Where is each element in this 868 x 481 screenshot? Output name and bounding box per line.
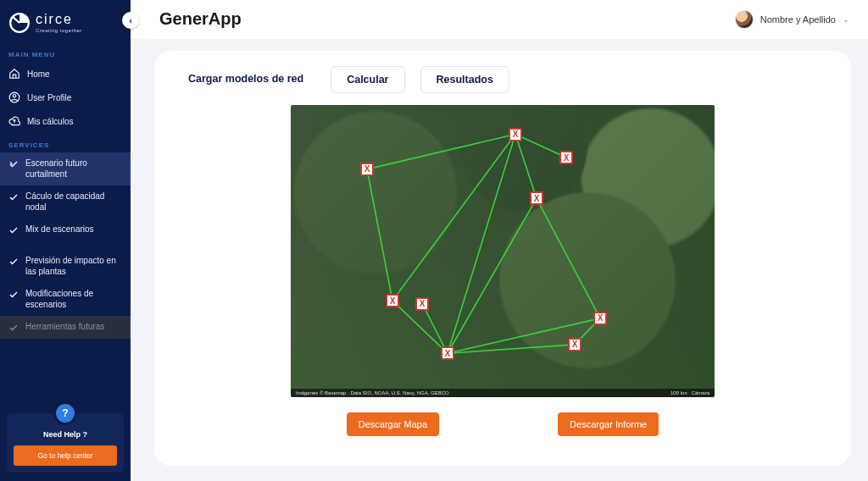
sidebar-item-escenario-futuro[interactable]: Escenario futuro curtailment (0, 152, 131, 185)
user-menu[interactable]: Nombre y Apellido ⌄ (735, 10, 849, 29)
svg-line-6 (367, 169, 392, 301)
sidebar-item-label: Escenario futuro curtailment (25, 158, 122, 180)
sidebar-item-label: Home (27, 69, 50, 79)
sidebar: circe Creating together ‹ MAIN MENU Home… (0, 0, 131, 481)
sidebar-item-label: User Profile (27, 93, 71, 102)
map-attribution-right: 100 km · Cámara (670, 390, 709, 395)
tab-resultados[interactable]: Resultados (420, 66, 509, 93)
sidebar-item-prevision-impacto[interactable]: Previsión de impacto en las plantas (0, 250, 131, 283)
map-node-marker[interactable]: X (509, 128, 522, 141)
check-icon (8, 192, 19, 202)
sidebar-item-mis-calculos[interactable]: Mis cálculos (0, 109, 131, 133)
sidebar-item-modificaciones[interactable]: Modificaciones de escenarios (0, 283, 131, 316)
help-title: Need Help ? (14, 430, 117, 439)
map-node-marker[interactable]: X (415, 297, 429, 311)
check-icon (8, 290, 19, 300)
brand-tagline: Creating together (36, 28, 82, 33)
sidebar-item-user-profile[interactable]: User Profile (0, 86, 131, 109)
cloud-upload-icon (8, 115, 20, 127)
map-node-marker[interactable]: X (568, 338, 581, 351)
svg-line-8 (448, 198, 537, 353)
avatar (735, 10, 754, 29)
map-node-marker[interactable]: X (360, 163, 374, 176)
actions: Descargar Mapa Descargar Informe (171, 412, 834, 436)
map-attribution: Imágenes © Basemap · Data SIO, NOAA, U.S… (291, 389, 715, 397)
map-node-marker[interactable]: X (386, 294, 399, 307)
help-center-button[interactable]: Go to help center (14, 445, 117, 466)
brand-name: circe (36, 13, 82, 26)
svg-point-2 (13, 95, 16, 98)
sidebar-item-label: Cáculo de capacidad nodal (25, 191, 122, 213)
network-edges (291, 105, 715, 397)
brand: circe Creating together (0, 0, 131, 42)
sidebar-section-main: MAIN MENU (0, 42, 131, 62)
sidebar-section-services: SERVICES (0, 133, 131, 152)
help-card: ? Need Help ? Go to help center (7, 413, 124, 473)
sidebar-item-label: Herramientas futuras (25, 322, 104, 333)
map-node-marker[interactable]: X (559, 151, 573, 164)
page-title: GenerApp (159, 9, 242, 29)
tab-cargar-modelos: Cargar modelos de red (176, 66, 315, 93)
sidebar-item-label: Modificaciones de escenarios (25, 289, 122, 310)
chevron-down-icon: ⌄ (843, 15, 849, 24)
topbar: GenerApp Nombre y Apellido ⌄ (131, 0, 868, 39)
map-attribution-left: Imágenes © Basemap · Data SIO, NOAA, U.S… (296, 390, 449, 395)
sidebar-item-label: Mix de escenarios (25, 224, 94, 235)
svg-line-14 (537, 198, 600, 318)
help-icon: ? (56, 404, 75, 423)
network-map[interactable]: Imágenes © Basemap · Data SIO, NOAA, U.S… (291, 105, 715, 397)
sidebar-collapse-button[interactable]: ‹ (122, 12, 139, 29)
results-card: Cargar modelos de red Calcular Resultado… (154, 51, 851, 466)
user-name: Nombre y Apellido (760, 14, 836, 25)
map-node-marker[interactable]: X (441, 346, 454, 360)
brand-logo-icon (8, 12, 31, 34)
sidebar-item-label: Mis cálculos (27, 117, 73, 126)
svg-line-4 (515, 135, 566, 158)
map-node-marker[interactable]: X (593, 312, 607, 325)
sidebar-item-capacidad-nodal[interactable]: Cáculo de capacidad nodal (0, 185, 131, 218)
sidebar-item-mix-escenarios[interactable]: Mix de escenarios (0, 218, 131, 241)
svg-line-7 (448, 135, 515, 354)
check-icon (8, 257, 19, 267)
sidebar-item-home[interactable]: Home (0, 62, 131, 86)
check-icon (8, 323, 19, 333)
check-icon (8, 225, 19, 235)
main: GenerApp Nombre y Apellido ⌄ Cargar mode… (131, 0, 868, 481)
content: Cargar modelos de red Calcular Resultado… (131, 39, 868, 481)
sidebar-item-label: Previsión de impacto en las plantas (25, 256, 122, 277)
map-node-marker[interactable]: X (530, 191, 543, 205)
download-report-button[interactable]: Descargar Informe (558, 412, 659, 436)
user-icon (8, 91, 20, 103)
sidebar-item-herramientas-futuras: Herramientas futuras (0, 316, 131, 339)
tabs: Cargar modelos de red Calcular Resultado… (176, 66, 834, 93)
home-icon (8, 68, 20, 80)
check-icon (8, 159, 19, 169)
svg-line-5 (515, 135, 537, 199)
tab-calcular[interactable]: Calcular (331, 66, 404, 93)
download-map-button[interactable]: Descargar Mapa (347, 412, 439, 436)
